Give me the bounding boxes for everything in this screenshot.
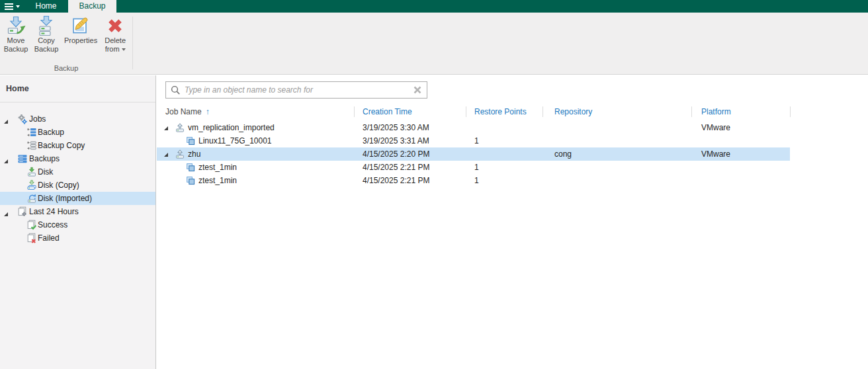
copy-backup-button[interactable]: CopyBackup — [32, 14, 61, 54]
dropdown-caret-icon — [122, 48, 126, 51]
sidebar-item-disk[interactable]: Disk — [0, 165, 155, 179]
sidebar-item-failed[interactable]: Failed — [0, 231, 155, 245]
navigation-tree: JobsBackupBackup CopyBackupsDiskDisk (Co… — [0, 112, 155, 245]
column-separator — [542, 106, 543, 117]
sidebar-item-last-24-hours[interactable]: Last 24 Hours — [0, 205, 155, 218]
search-box — [165, 81, 427, 99]
failed-icon — [26, 233, 37, 243]
job-name-cell: zhu — [188, 147, 200, 161]
expand-arrow-icon[interactable] — [163, 124, 169, 131]
sidebar-item-label: Backups — [29, 152, 60, 165]
disk-imported-icon — [26, 193, 37, 204]
ribbon-group-backup: MoveBackupCopyBackupPropertiesDeletefrom… — [0, 13, 132, 74]
sidebar-header: Home — [6, 84, 29, 93]
restore-points-cell: 1 — [474, 161, 479, 174]
restore-points-cell: 1 — [474, 134, 479, 147]
search-icon — [171, 85, 181, 95]
platform-cell: VMware — [701, 121, 730, 134]
ribbon: MoveBackupCopyBackupPropertiesDeletefrom… — [0, 13, 868, 75]
creation-time-cell: 4/15/2025 2:20 PM — [363, 147, 429, 161]
hamburger-icon — [5, 3, 13, 10]
ribbon-group-label: Backup — [0, 64, 132, 72]
column-header-restore-points[interactable]: Restore Points — [474, 104, 527, 119]
sidebar-item-label: Disk — [38, 165, 53, 179]
creation-time-cell: 3/19/2025 3:31 AM — [363, 134, 429, 147]
column-separator — [691, 106, 692, 117]
job-name-cell: Linux11_75G_10001 — [198, 134, 272, 147]
table-header: Job Name↑ Creation Time Restore Points R… — [157, 104, 790, 119]
backup-imported-icon — [175, 122, 185, 133]
expand-arrow-icon[interactable] — [163, 151, 169, 157]
search-input[interactable] — [181, 85, 413, 95]
expand-arrow-icon[interactable] — [3, 155, 9, 162]
move-backup-button[interactable]: MoveBackup — [1, 14, 30, 54]
main-menu-button[interactable] — [0, 0, 24, 13]
vm-icon — [185, 175, 196, 186]
sidebar: Home JobsBackupBackup CopyBackupsDiskDis… — [0, 75, 156, 369]
table-row[interactable]: ztest_1min4/15/2025 2:21 PM1 — [157, 174, 790, 187]
backup-imported-icon — [175, 149, 185, 159]
sidebar-item-label: Success — [38, 218, 67, 231]
sidebar-item-backups[interactable]: Backups — [0, 152, 155, 165]
expand-arrow-icon[interactable] — [3, 116, 9, 122]
table-row[interactable]: Linux11_75G_100013/19/2025 3:31 AM1 — [157, 134, 790, 147]
sidebar-item-success[interactable]: Success — [0, 218, 155, 231]
vm-icon — [185, 136, 196, 146]
table-row[interactable]: ztest_1min4/15/2025 2:21 PM1 — [157, 161, 790, 174]
jobs-icon — [17, 114, 28, 124]
clear-search-icon[interactable] — [413, 85, 422, 95]
column-header-platform[interactable]: Platform — [701, 104, 731, 119]
delete-icon — [105, 15, 126, 36]
chevron-down-icon — [16, 5, 20, 8]
sidebar-item-label: Jobs — [29, 112, 46, 126]
table-row[interactable]: zhu4/15/2025 2:20 PMcongVMware — [157, 147, 790, 161]
backup-list: vm_replication_imported3/19/2025 3:30 AM… — [157, 121, 790, 187]
properties-button[interactable]: Properties — [62, 14, 99, 54]
sidebar-item-backup[interactable]: Backup — [0, 126, 155, 139]
delete-from-button[interactable]: Deletefrom — [101, 14, 130, 54]
backups-icon — [17, 153, 28, 164]
sidebar-item-label: Backup — [38, 126, 64, 139]
table-row[interactable]: vm_replication_imported3/19/2025 3:30 AM… — [157, 121, 790, 134]
expand-arrow-icon[interactable] — [3, 208, 9, 215]
column-header-repository[interactable]: Repository — [554, 104, 592, 119]
sidebar-divider — [0, 102, 155, 102]
title-bar: Home Backup — [0, 0, 868, 13]
backup-job-icon — [26, 127, 37, 138]
creation-time-cell: 3/19/2025 3:30 AM — [363, 121, 429, 134]
backup-copy-job-icon — [26, 140, 37, 151]
sidebar-item-jobs[interactable]: Jobs — [0, 112, 155, 126]
sidebar-item-backup-copy[interactable]: Backup Copy — [0, 139, 155, 152]
column-header-creation-time[interactable]: Creation Time — [363, 104, 412, 119]
column-separator — [354, 106, 355, 117]
sidebar-item-disk-imported[interactable]: Disk (Imported) — [0, 192, 155, 205]
move-backup-icon — [5, 15, 26, 36]
job-name-cell: vm_replication_imported — [188, 121, 275, 134]
sidebar-item-label: Last 24 Hours — [29, 205, 79, 218]
restore-points-cell: 1 — [474, 174, 479, 187]
job-name-cell: ztest_1min — [198, 174, 237, 187]
button-label: Properties — [64, 36, 97, 45]
creation-time-cell: 4/15/2025 2:21 PM — [363, 174, 429, 187]
column-separator — [790, 106, 791, 117]
vm-icon — [185, 162, 196, 173]
main-panel: Job Name↑ Creation Time Restore Points R… — [157, 75, 868, 369]
button-label: Deletefrom — [105, 36, 126, 54]
tab-home[interactable]: Home — [24, 0, 68, 13]
success-icon — [26, 220, 37, 230]
column-header-job-name[interactable]: Job Name↑ — [165, 104, 210, 119]
button-label: CopyBackup — [34, 36, 59, 54]
button-label: MoveBackup — [4, 36, 28, 54]
sidebar-item-label: Disk (Copy) — [38, 179, 79, 192]
disk-copy-icon — [26, 180, 37, 190]
sidebar-item-label: Failed — [38, 231, 60, 245]
job-name-cell: ztest_1min — [198, 161, 237, 174]
sidebar-item-disk-copy[interactable]: Disk (Copy) — [0, 179, 155, 192]
disk-icon — [26, 167, 37, 177]
properties-icon — [70, 15, 91, 36]
tab-backup[interactable]: Backup — [68, 0, 116, 13]
last-24-hours-icon — [17, 206, 28, 217]
creation-time-cell: 4/15/2025 2:21 PM — [363, 161, 429, 174]
sidebar-item-label: Disk (Imported) — [38, 192, 92, 205]
copy-backup-icon — [36, 15, 57, 36]
